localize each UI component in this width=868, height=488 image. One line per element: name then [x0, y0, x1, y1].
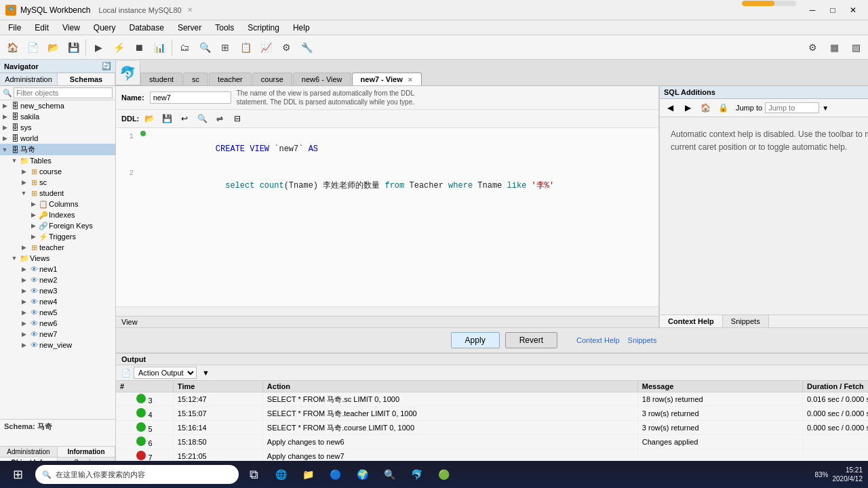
menu-file[interactable]: File [3, 22, 26, 34]
tab-student[interactable]: student [140, 73, 182, 85]
menu-server[interactable]: Server [172, 22, 207, 34]
tree-table-student[interactable]: ▼ ⊞ student [0, 188, 115, 199]
context-help-link[interactable]: Context Help [576, 336, 620, 344]
tab-new6-view[interactable]: new6 - View [293, 73, 351, 85]
tree-foreignkeys-node[interactable]: ▶ 🔗 Foreign Keys [0, 220, 115, 231]
tree-view-new1[interactable]: ▶ 👁 new1 [0, 264, 115, 274]
toolbar-save[interactable]: 💾 [64, 38, 83, 57]
tree-view-new5[interactable]: ▶ 👁 new5 [0, 307, 115, 318]
ddl-indent[interactable]: ⊟ [230, 111, 245, 126]
toolbar-open[interactable]: 📂 [43, 38, 62, 57]
toolbar-layout1[interactable]: ⚙ [803, 38, 822, 57]
nav-refresh-icon[interactable]: 🔄 [102, 62, 111, 70]
tab-close-btn[interactable]: ✕ [187, 6, 193, 14]
restore-btn[interactable]: □ [823, 1, 842, 20]
tab-teacher[interactable]: teacher [209, 73, 252, 85]
taskbar-start[interactable]: ⊞ [5, 462, 30, 487]
taskbar-search2[interactable]: 🔍 [377, 462, 401, 487]
sql-horizontal-scrollbar[interactable] [116, 306, 658, 316]
snippets-link[interactable]: Snippets [628, 336, 657, 344]
toolbar-perf[interactable]: 📈 [256, 38, 275, 57]
toolbar-new-query[interactable]: 📄 [23, 38, 42, 57]
close-btn[interactable]: ✕ [844, 1, 863, 20]
taskbar-explorer[interactable]: 📁 [296, 462, 320, 487]
ddl-revert[interactable]: ↩ [177, 111, 192, 126]
tab-sc[interactable]: sc [183, 73, 208, 85]
view-tab-button[interactable]: View [116, 316, 658, 327]
tree-view-new4[interactable]: ▶ 👁 new4 [0, 296, 115, 307]
toolbar-more[interactable]: 🔧 [297, 38, 316, 57]
sql-additions-lock[interactable]: 🔒 [715, 100, 730, 115]
ddl-open-file[interactable]: 📂 [142, 111, 157, 126]
tree-views-node[interactable]: ▼ 📁 Views [0, 253, 115, 264]
toolbar-config[interactable]: ⚙ [277, 38, 296, 57]
output-filter-select[interactable]: Action Output [134, 367, 197, 379]
tree-tables-node[interactable]: ▼ 📁 Tables [0, 155, 115, 166]
tree-view-new2[interactable]: ▶ 👁 new2 [0, 274, 115, 285]
tree-table-teacher[interactable]: ▶ ⊞ teacher [0, 242, 115, 253]
toolbar-new-connection[interactable]: 🏠 [3, 38, 22, 57]
toolbar-explain[interactable]: 📊 [150, 38, 169, 57]
tree-schema-maqiqi[interactable]: ▼ 🗄 马奇 [0, 144, 115, 155]
sql-editor[interactable]: 1 CREATE VIEW `new7` AS 2 select count(T… [116, 128, 658, 306]
toolbar-execute-current[interactable]: ⚡ [109, 38, 128, 57]
tree-triggers-node[interactable]: ▶ ⚡ Triggers [0, 231, 115, 242]
nav-tab-administration-bottom[interactable]: Administration [0, 447, 58, 457]
toolbar-stop[interactable]: ⏹ [130, 38, 149, 57]
toolbar-inspector[interactable]: 🔍 [195, 38, 214, 57]
sql-tab-snippets[interactable]: Snippets [723, 315, 769, 327]
minimize-btn[interactable]: ─ [803, 1, 822, 20]
menu-edit[interactable]: Edit [29, 22, 54, 34]
nav-tab-schemas[interactable]: Schemas [58, 73, 115, 85]
sql-additions-home[interactable]: 🏠 [698, 100, 713, 115]
view-name-input[interactable] [150, 92, 231, 104]
menu-help[interactable]: Help [288, 22, 315, 34]
toolbar-report[interactable]: 📋 [236, 38, 255, 57]
tree-columns-node[interactable]: ▶ 📋 Columns [0, 199, 115, 209]
tree-view-new_view[interactable]: ▶ 👁 new_view [0, 340, 115, 350]
menu-tools[interactable]: Tools [210, 22, 239, 34]
tree-indexes-node[interactable]: ▶ 🔑 Indexes [0, 209, 115, 220]
taskbar-edge[interactable]: 🌐 [269, 462, 293, 487]
tree-table-sc[interactable]: ▶ ⊞ sc [0, 177, 115, 188]
ddl-save-file[interactable]: 💾 [159, 111, 174, 126]
sql-additions-back[interactable]: ◀ [663, 100, 677, 115]
taskbar-ie[interactable]: 🔵 [323, 462, 347, 487]
tree-view-new3[interactable]: ▶ 👁 new3 [0, 285, 115, 296]
ddl-word-wrap[interactable]: ⇌ [212, 111, 227, 126]
output-filter-arrow[interactable]: ▼ [202, 369, 210, 377]
jump-to-input[interactable] [765, 102, 819, 113]
tree-table-course[interactable]: ▶ ⊞ course [0, 166, 115, 177]
sql-tab-context-help[interactable]: Context Help [660, 315, 723, 327]
revert-button[interactable]: Revert [505, 332, 557, 348]
tab-new7-view[interactable]: new7 - View ✕ [352, 73, 422, 85]
taskbar-app2[interactable]: 🟢 [431, 462, 456, 487]
taskbar-search[interactable]: 🔍 在这里输入你要搜索的内容 [35, 465, 239, 484]
tree-schema-sys[interactable]: ▶ 🗄 sys [0, 122, 115, 133]
tab-course[interactable]: course [252, 73, 292, 85]
tree-view-new7[interactable]: ▶ 👁 new7 [0, 329, 115, 340]
tab-new7-close[interactable]: ✕ [408, 77, 413, 83]
toolbar-layout3[interactable]: ▧ [846, 38, 865, 57]
menu-scripting[interactable]: Scripting [242, 22, 285, 34]
apply-button[interactable]: Apply [451, 332, 500, 348]
menu-view[interactable]: View [57, 22, 85, 34]
toolbar-layout2[interactable]: ▦ [825, 38, 844, 57]
jump-to-arrow[interactable]: ▼ [822, 104, 829, 112]
nav-tab-administration[interactable]: Administration [0, 73, 58, 85]
toolbar-execute[interactable]: ▶ [89, 38, 108, 57]
taskbar-browser2[interactable]: 🌍 [350, 462, 374, 487]
nav-tab-information-bottom[interactable]: Information [58, 447, 115, 457]
menu-database[interactable]: Database [124, 22, 170, 34]
tree-view-new6[interactable]: ▶ 👁 new6 [0, 318, 115, 329]
tree-schema-world[interactable]: ▶ 🗄 world [0, 133, 115, 144]
tree-schema-new_schema[interactable]: ▶ 🗄 new_schema [0, 100, 115, 111]
taskbar-app1[interactable]: 🐬 [404, 462, 429, 487]
ddl-find[interactable]: 🔍 [195, 111, 210, 126]
schema-search-input[interactable] [14, 87, 113, 98]
sql-additions-forward[interactable]: ▶ [680, 100, 695, 115]
menu-query[interactable]: Query [88, 22, 121, 34]
tree-schema-sakila[interactable]: ▶ 🗄 sakila [0, 111, 115, 122]
taskbar-task-view[interactable]: ⧉ [241, 462, 266, 487]
toolbar-table[interactable]: ⊞ [216, 38, 235, 57]
